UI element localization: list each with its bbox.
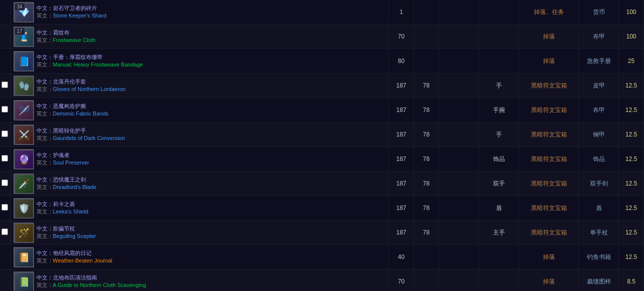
item-en-name[interactable]: Frostweave Cloth: [53, 37, 96, 43]
checkbox-cell: [0, 24, 10, 49]
item-cell: 📔中文：饱经风霜的日记英文：Weather-Beaten Journal: [10, 245, 389, 270]
item-icon-wrapper: 📘中文：手册：厚霜纹布绷带英文：Manual: Heavy Frostweave…: [14, 51, 386, 71]
item-en-name[interactable]: Weather-Beaten Journal: [53, 258, 112, 264]
item-en-name[interactable]: Dreadlord's Blade: [53, 184, 96, 190]
item-checkbox[interactable]: [2, 155, 8, 162]
item-en-name[interactable]: Demonic Fabric Bands: [53, 110, 108, 116]
item-names: 中文：恐惧魔王之剑英文：Dreadlord's Blade: [36, 176, 96, 191]
type-col: 饰品: [579, 147, 619, 172]
item-cell: 🪄中文：欺骗节杖英文：Beguiling Scepter: [10, 220, 389, 245]
item-cn-name: 中文：手册：厚霜纹布绷带: [36, 54, 143, 61]
source-col: 黑暗符文宝箱: [519, 98, 579, 122]
item-en-line: 英文：A Guide to Northern Cloth Scavenging: [36, 282, 146, 289]
item-icon: 🗡️: [14, 174, 34, 194]
table-row: 📗中文：北地布匹清洁指南英文：A Guide to Northern Cloth…: [0, 270, 644, 292]
item-names: 中文：欺骗节杖英文：Beguiling Scepter: [36, 225, 96, 240]
source-col: 黑暗符文宝箱: [519, 196, 579, 220]
slot-col: [479, 24, 519, 49]
item-cn-name: 中文：恐惧魔王之剑: [36, 176, 96, 184]
type-col: 裁缝图样: [579, 270, 619, 292]
en-prefix: 英文：: [36, 208, 53, 214]
slot-col: 饰品: [479, 147, 519, 172]
req-level: 70: [389, 24, 414, 49]
item-level: [414, 49, 439, 74]
item-cn-name: 中文：欺骗节杖: [36, 225, 96, 232]
price-col: 12.5: [619, 122, 644, 147]
item-icon: 📘: [14, 51, 34, 71]
slot-col: 手: [479, 122, 519, 147]
item-checkbox[interactable]: [2, 180, 8, 186]
item-en-line: 英文：Leeka's Shield: [36, 208, 88, 216]
item-en-name[interactable]: Leeka's Shield: [53, 208, 88, 214]
empty-col: [439, 122, 479, 147]
slot-col: [479, 245, 519, 270]
item-icon-image: 📗: [14, 272, 34, 291]
item-level: 78: [414, 147, 439, 172]
en-prefix: 英文：: [36, 160, 53, 166]
item-en-name[interactable]: Manual: Heavy Frostweave Bandage: [53, 62, 143, 68]
empty-col: [439, 245, 479, 270]
checkbox-cell: [0, 49, 10, 74]
item-level: [414, 24, 439, 49]
item-names: 中文：北地布匹清洁指南英文：A Guide to Northern Cloth …: [36, 274, 146, 289]
item-en-name[interactable]: Stone Keeper's Shard: [53, 12, 106, 18]
item-en-line: 英文：Gauntlets of Dark Conversion: [36, 134, 125, 142]
item-cell: 💎34中文：岩石守卫者的碎片英文：Stone Keeper's Shard: [10, 0, 389, 24]
slot-col: 手: [479, 74, 519, 98]
source-col: 黑暗符文宝箱: [519, 147, 579, 172]
item-checkbox[interactable]: [2, 130, 8, 137]
item-icon-wrapper: 🧤中文：北落丹伦手套英文：Gloves of Northern Lordaero…: [14, 76, 386, 96]
type-col: 布甲: [579, 24, 619, 49]
type-col: 布甲: [579, 98, 619, 122]
item-names: 中文：莉卡之盾英文：Leeka's Shield: [36, 200, 88, 216]
empty-col: [439, 24, 479, 49]
table-row: ⚔️中文：黑暗转化护手英文：Gauntlets of Dark Conversi…: [0, 122, 644, 147]
empty-col: [439, 196, 479, 220]
price-col: 12.5: [619, 196, 644, 220]
table-row: 🛡️中文：莉卡之盾英文：Leeka's Shield18778盾黑暗符文宝箱盾1…: [0, 196, 644, 220]
item-cn-name: 中文：莉卡之盾: [36, 200, 88, 208]
empty-col: [439, 270, 479, 292]
checkbox-cell: [0, 98, 10, 122]
item-en-name[interactable]: Soul Preserver: [53, 160, 90, 166]
item-icon-wrapper: ⚔️中文：黑暗转化护手英文：Gauntlets of Dark Conversi…: [14, 124, 386, 144]
slot-col: 盾: [479, 196, 519, 220]
slot-col: [479, 270, 519, 292]
type-col: 盾: [579, 196, 619, 220]
type-col: 双手剑: [579, 172, 619, 196]
item-cell: 🪡中文：恶魔构造护腕英文：Demonic Fabric Bands: [10, 98, 389, 122]
item-en-name[interactable]: A Guide to Northern Cloth Scavenging: [53, 282, 146, 288]
item-checkbox[interactable]: [2, 82, 8, 88]
price-col: 12.5: [619, 147, 644, 172]
item-names: 中文：北落丹伦手套英文：Gloves of Northern Lordaeron: [36, 78, 126, 93]
item-checkbox[interactable]: [2, 204, 8, 210]
item-en-line: 英文：Demonic Fabric Bands: [36, 110, 108, 118]
item-en-line: 英文：Gloves of Northern Lordaeron: [36, 86, 126, 93]
level-badge: 34: [14, 3, 25, 10]
item-icon-wrapper: 🗡️中文：恐惧魔王之剑英文：Dreadlord's Blade: [14, 174, 386, 194]
en-prefix: 英文：: [36, 62, 53, 68]
item-cell: 🔮中文：护魂者英文：Soul Preserver: [10, 147, 389, 172]
source-col: 掉落、任务: [519, 0, 579, 24]
req-level: 187: [389, 98, 414, 122]
item-table: 💎34中文：岩石守卫者的碎片英文：Stone Keeper's Shard1掉落…: [0, 0, 644, 291]
item-level: [414, 0, 439, 24]
slot-col: [479, 0, 519, 24]
item-en-name[interactable]: Beguiling Scepter: [53, 233, 96, 239]
item-checkbox[interactable]: [2, 228, 8, 235]
item-names: 中文：黑暗转化护手英文：Gauntlets of Dark Conversion: [36, 127, 125, 142]
item-en-name[interactable]: Gauntlets of Dark Conversion: [53, 135, 125, 141]
item-icon-image: 🧵17: [14, 27, 34, 47]
req-level: 187: [389, 172, 414, 196]
source-col: 黑暗符文宝箱: [519, 122, 579, 147]
item-cn-name: 中文：黑暗转化护手: [36, 127, 125, 134]
item-en-name[interactable]: Gloves of Northern Lordaeron: [53, 86, 126, 92]
item-icon-wrapper: 🔮中文：护魂者英文：Soul Preserver: [14, 149, 386, 169]
item-checkbox[interactable]: [2, 106, 8, 112]
checkbox-cell: [0, 220, 10, 245]
item-en-line: 英文：Stone Keeper's Shard: [36, 12, 106, 20]
slot-col: 双手: [479, 172, 519, 196]
en-prefix: 英文：: [36, 110, 53, 116]
type-col: 钢甲: [579, 122, 619, 147]
item-level: 78: [414, 98, 439, 122]
